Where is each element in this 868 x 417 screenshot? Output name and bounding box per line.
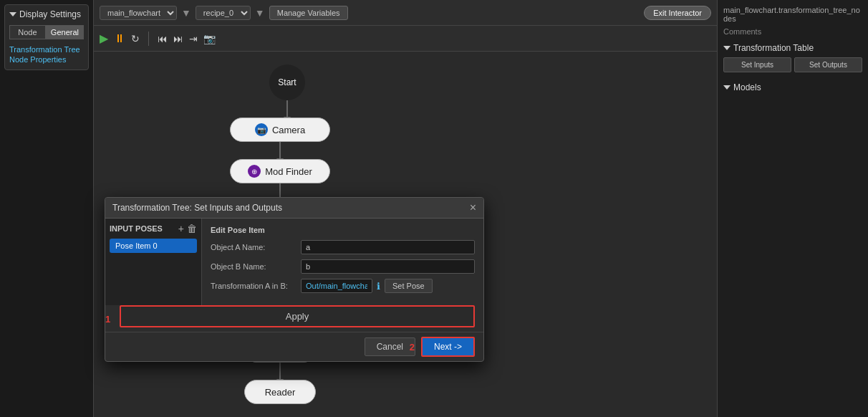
apply-btn-wrapper: 1 Apply [105,305,483,332]
arrow-start-camera [286,100,288,118]
transformation-table-collapse-icon[interactable] [723,46,730,50]
skip-forward-button[interactable]: ⏭ [173,33,183,44]
toolbar-separator-1: ▼ [181,7,191,19]
flowchart-select[interactable]: main_flowchart [100,6,177,20]
modal-body: INPUT POSES + 🗑 Pose Item 0 Edit Pose It… [105,219,483,305]
models-collapse-icon[interactable] [723,85,730,90]
main-area: main_flowchart ▼ recipe_0 ▼ Manage Varia… [93,0,718,417]
display-settings-tabs: Node General [9,25,84,39]
apply-button[interactable]: Apply [120,305,475,327]
models-section: Models [723,82,862,97]
arrow-camera-modfinder [279,142,281,159]
tab-general[interactable]: General [46,25,84,39]
sidebar-link-transformation-tree[interactable]: Transformation Tree [9,45,84,54]
camera-snap-button[interactable]: 📷 [203,33,216,44]
playback-toolbar: ▶ ⏸ ↻ ⏮ ⏭ ⇥ 📷 [94,26,717,52]
skip-to-start-button[interactable]: ⏮ [158,33,168,44]
modal-right-panel: Edit Pose Item Object A Name: Object B N… [202,219,483,305]
display-settings-panel: Display Settings Node General Transforma… [4,4,89,70]
modal-dialog[interactable]: Transformation Tree: Set Inputs and Outp… [105,197,484,362]
object-a-label: Object A Name: [211,243,296,251]
tab-node[interactable]: Node [9,25,46,39]
modal-titlebar: Transformation Tree: Set Inputs and Outp… [105,198,483,219]
cancel-button[interactable]: Cancel [365,337,415,356]
modal-left-panel: INPUT POSES + 🗑 Pose Item 0 [105,219,202,305]
input-poses-header: INPUT POSES + 🗑 [110,223,197,234]
pause-button[interactable]: ⏸ [114,32,125,45]
transformation-label: Transformation A in B: [211,282,296,290]
display-settings-title: Display Settings [19,9,81,19]
flow-node-camera[interactable]: 📷 Camera [230,118,330,142]
set-outputs-button[interactable]: Set Outputs [794,57,862,72]
display-settings-header: Display Settings [9,9,84,19]
transformation-table-title: Transformation Table [733,43,814,53]
set-pose-button[interactable]: Set Pose [385,279,433,293]
add-pose-button[interactable]: + [178,223,184,234]
object-a-input[interactable] [301,240,475,254]
arrow-writer-reader [279,363,281,380]
sidebar-link-node-properties[interactable]: Node Properties [9,55,84,64]
object-b-label: Object B Name: [211,262,296,271]
recipe-select[interactable]: recipe_0 [196,6,251,20]
top-toolbar: main_flowchart ▼ recipe_0 ▼ Manage Varia… [94,0,717,26]
modfinder-icon: ⊕ [248,165,261,178]
delete-pose-button[interactable]: 🗑 [187,223,197,234]
models-header: Models [723,82,862,92]
comments-label: Comments [723,27,862,36]
object-b-input[interactable] [301,259,475,274]
flow-node-start[interactable]: Start [269,64,305,100]
form-row-object-a: Object A Name: [211,240,475,254]
modal-footer: Cancel 2 Next -> [105,332,483,361]
form-row-object-b: Object B Name: [211,259,475,274]
edit-pose-title: Edit Pose Item [211,226,475,234]
transformation-table-buttons: Set Inputs Set Outputs [723,57,862,72]
toolbar-separator-2: ▼ [255,7,265,19]
refresh-button[interactable]: ↻ [131,33,140,44]
input-poses-label: INPUT POSES [110,224,163,233]
pose-item-0[interactable]: Pose Item 0 [110,239,197,253]
models-title: Models [733,82,761,92]
modal-title: Transformation Tree: Set Inputs and Outp… [112,203,282,213]
flow-node-modfinder[interactable]: ⊕ Mod Finder [230,159,330,183]
transformation-table-header: Transformation Table [723,43,862,53]
right-panel: main_flowchart.transformation_tree_nodes… [718,0,868,417]
header-icons: + 🗑 [178,223,197,234]
transformation-input[interactable] [301,279,372,293]
set-inputs-button[interactable]: Set Inputs [723,57,791,72]
step-number-2: 2 [410,342,415,353]
form-row-transformation: Transformation A in B: ℹ Set Pose [211,279,475,293]
collapse-icon[interactable] [9,12,16,16]
modal-close-button[interactable]: × [470,202,476,214]
exit-interactor-button[interactable]: Exit Interactor [644,6,711,20]
info-icon[interactable]: ℹ [377,281,380,292]
toolbar-separator-3 [148,32,149,46]
step-number-1: 1 [105,313,110,324]
manage-variables-button[interactable]: Manage Variables [269,6,348,20]
flow-node-reader[interactable]: Reader [244,380,316,404]
next-button[interactable]: Next -> [421,337,475,357]
camera-icon: 📷 [255,123,268,136]
left-panel: Display Settings Node General Transforma… [0,0,93,417]
right-panel-title: main_flowchart.transformation_tree_nodes [723,6,862,23]
play-button[interactable]: ▶ [100,32,108,45]
step-forward-button[interactable]: ⇥ [189,33,198,44]
